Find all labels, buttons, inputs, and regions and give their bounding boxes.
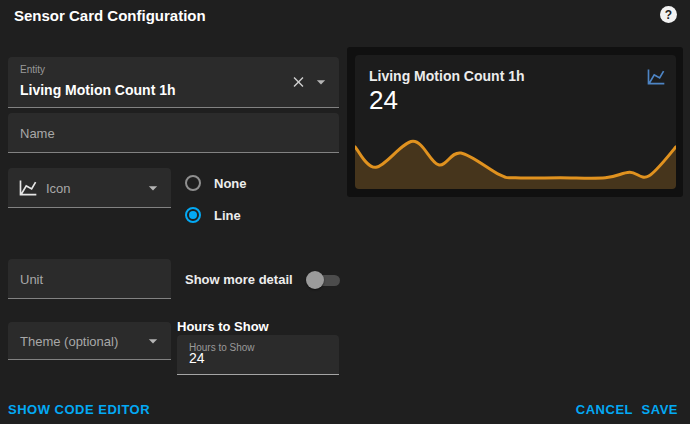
show-code-editor-button[interactable]: SHOW CODE EDITOR	[8, 402, 150, 417]
radio-graph-none[interactable]: None	[185, 175, 247, 191]
chevron-down-icon[interactable]	[311, 72, 331, 92]
hours-to-show-value: 24	[189, 350, 205, 366]
name-placeholder: Name	[20, 125, 55, 140]
card-preview-panel: Living Motion Count 1h 24	[347, 47, 683, 197]
radio-circle-icon	[185, 175, 201, 191]
chart-line-icon	[18, 178, 38, 198]
chart-line-icon	[646, 67, 666, 87]
clear-icon[interactable]	[290, 74, 307, 91]
unit-field[interactable]: Unit	[8, 259, 171, 299]
theme-placeholder: Theme (optional)	[20, 333, 118, 348]
question-mark-glyph: ?	[665, 8, 672, 22]
theme-field[interactable]: Theme (optional)	[8, 322, 171, 360]
preview-card-title: Living Motion Count 1h	[369, 68, 525, 84]
dialog-title: Sensor Card Configuration	[14, 7, 206, 24]
sensor-card-preview: Living Motion Count 1h 24	[355, 55, 676, 189]
hours-to-show-field[interactable]: Hours to Show 24	[177, 335, 339, 375]
save-button[interactable]: SAVE	[642, 402, 678, 417]
radio-graph-line[interactable]: Line	[185, 207, 241, 223]
entity-label: Entity	[20, 64, 45, 75]
preview-sparkline-chart	[355, 127, 676, 189]
hours-to-show-heading: Hours to Show	[177, 319, 269, 334]
chevron-down-icon[interactable]	[143, 331, 163, 351]
radio-circle-icon	[185, 207, 201, 223]
icon-field[interactable]: Icon	[8, 168, 171, 208]
radio-none-label: None	[214, 176, 247, 191]
show-more-detail-toggle[interactable]	[306, 272, 342, 288]
entity-field[interactable]: Entity Living Motion Count 1h	[8, 57, 339, 108]
sensor-card-config-dialog: Sensor Card Configuration ? Entity Livin…	[0, 0, 690, 424]
preview-card-value: 24	[369, 85, 398, 116]
chevron-down-icon[interactable]	[143, 178, 163, 198]
cancel-button[interactable]: CANCEL	[576, 402, 633, 417]
radio-line-label: Line	[214, 208, 241, 223]
toggle-knob	[306, 271, 324, 289]
help-icon[interactable]: ?	[660, 6, 677, 23]
unit-placeholder: Unit	[20, 271, 43, 286]
show-more-detail-label: Show more detail	[185, 272, 293, 287]
name-field[interactable]: Name	[8, 113, 339, 153]
icon-placeholder: Icon	[46, 180, 71, 195]
entity-value: Living Motion Count 1h	[20, 82, 176, 98]
